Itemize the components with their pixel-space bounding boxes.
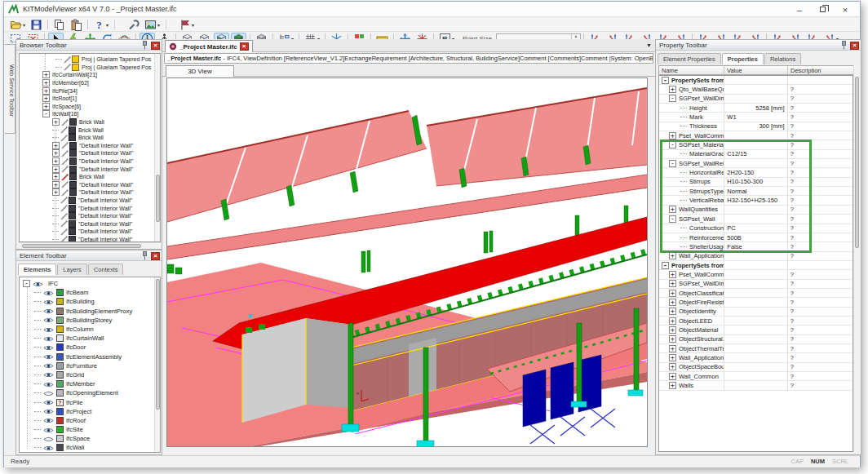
visibility-eye-icon[interactable] bbox=[43, 434, 54, 443]
property-row[interactable]: -SGPset_Wall? bbox=[659, 215, 852, 224]
close-document-icon[interactable]: × bbox=[240, 42, 249, 51]
expander-icon[interactable]: - bbox=[669, 95, 676, 102]
pin-icon[interactable] bbox=[140, 41, 149, 50]
element-type-label[interactable]: IfcSpace bbox=[66, 435, 90, 442]
property-row[interactable]: +ObjectSpaceBou...? bbox=[659, 363, 852, 372]
browser-tree-item[interactable]: Brick Wall bbox=[20, 126, 153, 134]
property-value[interactable]: Normal bbox=[724, 187, 787, 195]
property-row[interactable]: +ObjectIdentity? bbox=[659, 308, 852, 317]
close-panel-icon[interactable]: × bbox=[151, 42, 160, 50]
expander-icon[interactable]: - bbox=[669, 215, 676, 223]
pin-icon[interactable] bbox=[140, 251, 149, 260]
element-vertical-scrollbar[interactable] bbox=[154, 277, 160, 453]
tree-item-label[interactable]: "Default Interior Wall" bbox=[79, 158, 133, 164]
element-type-label[interactable]: IfcOpeningElement bbox=[66, 389, 118, 396]
expander-icon[interactable]: + bbox=[52, 118, 60, 126]
expander-icon[interactable]: + bbox=[52, 188, 60, 196]
tree-item-label[interactable]: IfcWall[16] bbox=[52, 111, 78, 117]
property-row[interactable]: Height5258 [mm]? bbox=[659, 104, 852, 113]
browser-tree-item[interactable]: +"Default Interior Wall" bbox=[20, 142, 153, 150]
property-value[interactable]: 2H20-150 bbox=[724, 168, 787, 176]
element-type-row[interactable]: IfcCurtainWall bbox=[20, 334, 153, 343]
property-value[interactable] bbox=[724, 381, 787, 389]
visibility-eye-icon[interactable] bbox=[33, 279, 43, 288]
property-value[interactable]: PC bbox=[724, 224, 787, 233]
tree-item-label[interactable]: IfcPile[34] bbox=[52, 88, 78, 94]
browser-tree-item[interactable]: Proj | Gluelam Tapered Pos bbox=[20, 55, 153, 64]
element-type-row[interactable]: IfcGrid bbox=[20, 370, 153, 379]
browser-tree-item[interactable]: +"Default Interior Wall" bbox=[20, 188, 153, 197]
element-type-row[interactable]: IfcFurniture bbox=[20, 361, 153, 370]
property-value[interactable] bbox=[724, 131, 787, 140]
property-row[interactable]: MaterialGradeC12/15? bbox=[659, 150, 852, 159]
visibility-eye-icon[interactable] bbox=[43, 288, 54, 297]
property-value[interactable]: 300 [mm] bbox=[724, 122, 787, 131]
markup-flag-button[interactable]: ▾ bbox=[177, 19, 196, 31]
tab-contexts[interactable]: Contexts bbox=[88, 264, 124, 275]
visibility-eye-icon[interactable] bbox=[43, 416, 54, 425]
expander-icon[interactable]: + bbox=[42, 71, 50, 78]
element-type-row[interactable]: IfcWall bbox=[20, 443, 153, 452]
element-type-label[interactable]: IfcWall bbox=[66, 444, 84, 451]
property-value[interactable] bbox=[724, 344, 787, 352]
element-type-label[interactable]: IfcGrid bbox=[66, 371, 84, 379]
element-type-label[interactable]: IfcRoof bbox=[66, 417, 86, 424]
tree-item-label[interactable]: "Default Interior Wall" bbox=[79, 143, 133, 148]
tab-3d-view[interactable]: 3D View bbox=[166, 65, 234, 77]
visibility-eye-icon[interactable] bbox=[43, 334, 54, 343]
dropdown-arrow-icon[interactable]: ▾ bbox=[23, 22, 25, 28]
element-type-row[interactable]: -IFC bbox=[20, 279, 153, 288]
property-row[interactable]: +WallQuantities? bbox=[659, 206, 852, 215]
browser-tree-item[interactable]: +IfcPile[34] bbox=[20, 86, 153, 95]
property-row[interactable]: -PropertySets from ... bbox=[659, 261, 852, 270]
property-row[interactable]: StirrupsTypeNormal? bbox=[659, 187, 852, 196]
property-value[interactable] bbox=[724, 95, 787, 103]
property-value[interactable]: 5258 [mm] bbox=[724, 104, 787, 112]
property-value[interactable] bbox=[724, 353, 787, 361]
save-button[interactable] bbox=[29, 19, 44, 31]
browser-tree-item[interactable]: +"Default Interior Wall" bbox=[20, 181, 153, 189]
expander-icon[interactable]: + bbox=[669, 363, 676, 370]
property-row[interactable]: StirrupsH10-150-300? bbox=[659, 178, 852, 187]
element-type-label[interactable]: IfcMember bbox=[66, 380, 95, 388]
property-value[interactable] bbox=[724, 298, 787, 306]
browser-tree-item[interactable]: +"Default Interior Wall" bbox=[20, 157, 153, 166]
element-type-row[interactable]: IfcDoor bbox=[20, 343, 153, 352]
visibility-eye-icon[interactable] bbox=[43, 352, 54, 361]
element-type-row[interactable]: IfcSpace bbox=[20, 434, 153, 443]
visibility-eye-icon[interactable] bbox=[43, 361, 54, 370]
property-row[interactable]: +ObjectMaterial? bbox=[659, 326, 852, 334]
visibility-eye-icon[interactable] bbox=[43, 397, 54, 406]
property-value[interactable]: H10-150-300 bbox=[724, 178, 787, 186]
browser-tree-item[interactable]: +IfcSpace[6] bbox=[20, 103, 153, 111]
property-row[interactable]: -SGPset_WallReinf...? bbox=[659, 159, 852, 168]
element-type-row[interactable]: IfcProject bbox=[20, 407, 153, 416]
visibility-eye-icon[interactable] bbox=[43, 343, 54, 352]
tree-item-label[interactable]: "Default Interior Wall" bbox=[78, 228, 132, 234]
visibility-eye-icon[interactable] bbox=[43, 379, 54, 388]
property-value[interactable] bbox=[724, 215, 787, 223]
property-row[interactable]: +ObjectThermalTr...? bbox=[659, 344, 852, 353]
tree-item-label[interactable]: "Default Interior Wall" bbox=[78, 221, 132, 227]
property-row[interactable]: Construction...PC? bbox=[659, 224, 852, 233]
open-button[interactable]: ▾ bbox=[8, 19, 27, 31]
tree-item-label[interactable]: Proj | Gluelam Tapered Pos bbox=[82, 56, 151, 62]
expander-icon[interactable]: + bbox=[669, 290, 676, 297]
settings-wrench-button[interactable] bbox=[126, 19, 141, 31]
element-type-label[interactable]: IfcBeam bbox=[66, 289, 89, 296]
column-description[interactable]: Description bbox=[788, 66, 853, 74]
element-type-row[interactable]: IfcBeam bbox=[20, 288, 153, 297]
expander-icon[interactable]: + bbox=[52, 166, 60, 173]
browser-tree-item[interactable]: "Default Interior Wall" bbox=[20, 236, 153, 242]
visibility-eye-icon[interactable] bbox=[43, 307, 54, 316]
tab-properties[interactable]: Properties bbox=[722, 53, 764, 64]
expander-icon[interactable]: - bbox=[669, 141, 676, 148]
element-type-row[interactable]: IfcRoof bbox=[20, 416, 153, 425]
expander-icon[interactable]: + bbox=[669, 252, 676, 259]
column-name[interactable]: Name bbox=[659, 66, 724, 74]
property-row[interactable]: MarkW1? bbox=[659, 113, 852, 122]
property-row[interactable]: Thickness300 [mm]? bbox=[659, 122, 852, 131]
property-row[interactable]: VerticalRebarH32-150+H25-150? bbox=[659, 196, 852, 205]
property-row[interactable]: +Pset_WallCommon? bbox=[659, 131, 852, 140]
property-vertical-scrollbar[interactable] bbox=[853, 65, 859, 452]
